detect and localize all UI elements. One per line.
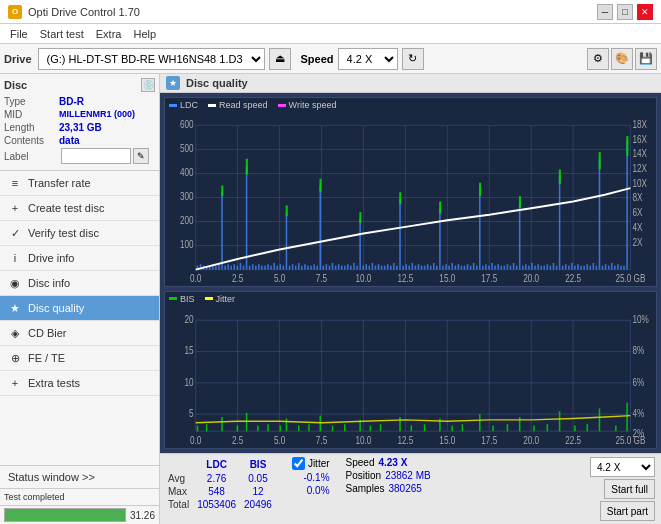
svg-rect-186 (221, 185, 223, 196)
nav-items: ≡ Transfer rate + Create test disc ✓ Ver… (0, 171, 159, 465)
svg-text:500: 500 (180, 142, 194, 154)
sidebar-item-disc-quality[interactable]: ★ Disc quality (0, 296, 159, 321)
sidebar-item-disc-info[interactable]: ◉ Disc info (0, 271, 159, 296)
jitter-checkbox[interactable] (292, 457, 305, 470)
svg-rect-254 (424, 424, 426, 431)
save-button[interactable]: 💾 (635, 48, 657, 70)
sidebar-item-create-test-disc[interactable]: + Create test disc (0, 196, 159, 221)
svg-text:20.0: 20.0 (523, 433, 539, 446)
close-button[interactable]: ✕ (637, 4, 653, 20)
svg-rect-256 (451, 425, 453, 431)
svg-rect-137 (479, 189, 481, 269)
svg-rect-122 (433, 263, 435, 270)
svg-rect-188 (286, 205, 288, 216)
svg-rect-108 (390, 266, 392, 270)
svg-rect-248 (344, 424, 346, 431)
svg-rect-64 (255, 266, 257, 270)
sidebar-item-transfer-rate[interactable]: ≡ Transfer rate (0, 171, 159, 196)
svg-rect-141 (491, 263, 493, 270)
svg-rect-156 (537, 264, 539, 269)
svg-text:15.0: 15.0 (439, 272, 455, 284)
start-part-button[interactable]: Start part (600, 501, 655, 521)
sidebar-item-drive-info[interactable]: i Drive info (0, 246, 159, 271)
svg-rect-133 (467, 264, 469, 269)
svg-text:17.5: 17.5 (481, 433, 497, 446)
svg-rect-134 (470, 266, 472, 270)
svg-text:17.5: 17.5 (481, 272, 497, 284)
svg-text:20.0: 20.0 (523, 272, 539, 284)
svg-rect-159 (547, 264, 549, 269)
svg-rect-163 (559, 176, 561, 269)
maximize-button[interactable]: □ (617, 4, 633, 20)
svg-rect-238 (237, 425, 239, 431)
svg-text:2X: 2X (632, 235, 643, 247)
svg-rect-161 (553, 263, 555, 270)
status-window-button[interactable]: Status window >> (0, 465, 159, 488)
disc-quality-header: ★ Disc quality (160, 74, 661, 93)
write-speed-legend-label: Write speed (289, 100, 337, 110)
controls-right: 4.2 X Start full Start part (590, 457, 655, 521)
sidebar-item-verify-test-disc[interactable]: ✓ Verify test disc (0, 221, 159, 246)
svg-rect-243 (286, 418, 288, 431)
theme-button[interactable]: 🎨 (611, 48, 633, 70)
length-label: Length (4, 122, 59, 133)
samples-label: Samples (346, 483, 385, 494)
svg-rect-253 (411, 425, 413, 431)
svg-rect-143 (497, 264, 499, 269)
stats-row-avg: Avg 2.76 0.05 (168, 473, 278, 484)
disc-icon-btn[interactable]: 💿 (141, 78, 155, 92)
start-full-button[interactable]: Start full (604, 479, 655, 499)
svg-rect-75 (289, 266, 291, 270)
sidebar-item-fe-te[interactable]: ⊕ FE / TE (0, 346, 159, 371)
svg-text:6X: 6X (632, 206, 643, 218)
svg-rect-142 (494, 266, 496, 270)
svg-rect-177 (602, 266, 604, 270)
svg-rect-191 (399, 192, 401, 204)
svg-rect-172 (586, 264, 588, 269)
svg-rect-167 (571, 263, 573, 270)
minimize-button[interactable]: ─ (597, 4, 613, 20)
svg-rect-175 (596, 266, 598, 270)
svg-text:8%: 8% (632, 344, 644, 357)
svg-text:600: 600 (180, 118, 194, 130)
nav-label-cd-bier: CD Bier (28, 327, 67, 339)
drive-select[interactable]: (G:) HL-DT-ST BD-RE WH16NS48 1.D3 (38, 48, 265, 70)
sidebar-item-cd-bier[interactable]: ◈ CD Bier (0, 321, 159, 346)
nav-label-disc-info: Disc info (28, 277, 70, 289)
bis-legend-label: BIS (180, 294, 195, 304)
svg-rect-119 (424, 266, 426, 270)
label-edit-button[interactable]: ✎ (133, 148, 149, 164)
label-input[interactable] (61, 148, 131, 164)
read-speed-legend-label: Read speed (219, 100, 268, 110)
svg-rect-91 (338, 264, 340, 269)
svg-rect-169 (577, 264, 579, 269)
progress-area: Test completed (0, 488, 159, 505)
svg-rect-265 (574, 425, 576, 431)
svg-rect-101 (369, 266, 371, 270)
menu-help[interactable]: Help (127, 27, 162, 41)
svg-rect-56 (230, 266, 232, 270)
drive-label: Drive (4, 53, 32, 65)
speed-select-stat[interactable]: 4.2 X (590, 457, 655, 477)
svg-text:14X: 14X (632, 147, 647, 159)
svg-rect-79 (301, 266, 303, 270)
svg-rect-251 (380, 424, 382, 431)
bis-legend-dot (169, 297, 177, 300)
settings-button[interactable]: ⚙ (587, 48, 609, 70)
eject-button[interactable]: ⏏ (269, 48, 291, 70)
svg-text:4%: 4% (632, 406, 644, 419)
svg-rect-250 (370, 425, 372, 431)
sidebar-item-extra-tests[interactable]: + Extra tests (0, 371, 159, 396)
menu-file[interactable]: File (4, 27, 34, 41)
svg-rect-125 (442, 266, 444, 270)
refresh-button[interactable]: ↻ (402, 48, 424, 70)
svg-rect-82 (310, 266, 312, 270)
toolbar: Drive (G:) HL-DT-ST BD-RE WH16NS48 1.D3 … (0, 44, 661, 74)
mid-label: MID (4, 109, 59, 120)
speed-select-toolbar[interactable]: 4.2 X (338, 48, 398, 70)
svg-text:20: 20 (185, 312, 194, 325)
svg-rect-62 (249, 266, 251, 270)
menu-extra[interactable]: Extra (90, 27, 128, 41)
svg-rect-57 (234, 264, 236, 269)
menu-start-test[interactable]: Start test (34, 27, 90, 41)
